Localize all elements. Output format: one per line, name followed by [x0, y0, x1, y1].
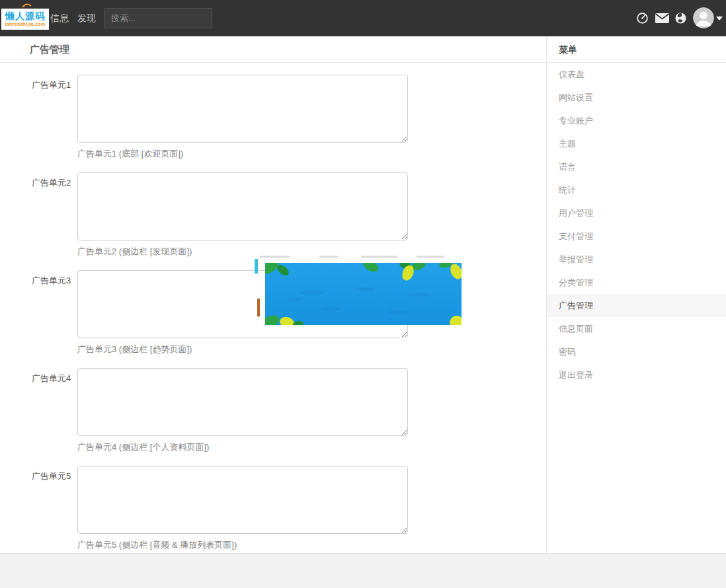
- sidebar-item-categories[interactable]: 分类管理: [547, 271, 726, 294]
- ad-unit-5-field: 广告单元5 广告单元5 (侧边栏 [音频 & 播放列表页面]): [32, 466, 546, 551]
- sidebar-item-site-settings[interactable]: 网站设置: [547, 86, 726, 109]
- logo-title: 懒人源码: [1, 11, 49, 22]
- ad-unit-5-caption: 广告单元5 (侧边栏 [音频 & 播放列表页面]): [77, 539, 546, 551]
- sidebar-item-logout[interactable]: 退出登录: [547, 363, 726, 386]
- logo-swoosh-icon: [22, 2, 32, 9]
- logo-subtitle: lanrenzhijia.com: [1, 22, 49, 27]
- ad-unit-3-caption: 广告单元3 (侧边栏 [趋势页面]): [77, 344, 546, 355]
- ad-unit-4-caption: 广告单元4 (侧边栏 [个人资料页面]): [77, 441, 546, 453]
- menu-sidebar: 菜单 仪表盘 网站设置 专业账户 主题 语言 统计 用户管理 支付管理 举报管理…: [546, 36, 726, 553]
- sidebar-item-ads[interactable]: 广告管理: [547, 294, 726, 317]
- ad-unit-4-label: 广告单元4: [32, 368, 77, 385]
- page-title: 广告管理: [0, 36, 546, 63]
- sidebar-item-users[interactable]: 用户管理: [547, 202, 726, 225]
- logo[interactable]: 懒人源码 lanrenzhijia.com: [1, 9, 49, 30]
- nav-item-messages[interactable]: 信息: [50, 0, 69, 36]
- ad-unit-1-caption: 广告单元1 (底部 [欢迎页面]): [77, 148, 546, 160]
- sidebar-title: 菜单: [547, 36, 726, 63]
- ad-unit-2-caption: 广告单元2 (侧边栏 [发现页面]): [77, 246, 546, 258]
- sidebar-item-info-pages[interactable]: 信息页面: [547, 317, 726, 340]
- mail-icon[interactable]: [655, 13, 669, 23]
- sidebar-item-themes[interactable]: 主题: [547, 132, 726, 155]
- overlay-artifact: [417, 256, 444, 258]
- ad-unit-1-field: 广告单元1 广告单元1 (底部 [欢迎页面]): [32, 75, 546, 160]
- ad-unit-5-label: 广告单元5: [32, 466, 77, 482]
- nav-item-discover[interactable]: 发现: [77, 0, 96, 36]
- ad-unit-2-field: 广告单元2 广告单元2 (侧边栏 [发现页面]): [32, 172, 546, 258]
- sidebar-item-password[interactable]: 密码: [547, 340, 726, 363]
- sidebar-item-statistics[interactable]: 统计: [547, 178, 726, 202]
- speedometer-icon[interactable]: [637, 13, 648, 24]
- search-input[interactable]: [104, 8, 212, 28]
- ad-unit-2-textarea[interactable]: [77, 172, 408, 240]
- ad-unit-4-textarea[interactable]: [77, 368, 408, 436]
- overlay-artifact: [361, 256, 397, 258]
- top-navbar: 懒人源码 lanrenzhijia.com 信息 发现: [0, 0, 726, 36]
- sidebar-item-dashboard[interactable]: 仪表盘: [547, 63, 726, 86]
- audio-player-bar: [0, 553, 726, 588]
- ad-banner-image: [265, 263, 462, 325]
- sidebar-item-payments[interactable]: 支付管理: [547, 225, 726, 248]
- ad-unit-5-textarea[interactable]: [77, 466, 408, 534]
- ad-unit-3-label: 广告单元3: [32, 270, 77, 287]
- ad-unit-4-field: 广告单元4 广告单元4 (侧边栏 [个人资料页面]): [32, 368, 546, 453]
- overlay-artifact: [319, 256, 338, 258]
- overlay-artifact-cyan: [255, 259, 258, 274]
- sidebar-item-pro-account[interactable]: 专业账户: [547, 109, 726, 132]
- ad-unit-1-label: 广告单元1: [32, 75, 77, 91]
- sidebar-item-language[interactable]: 语言: [547, 155, 726, 178]
- caret-down-icon[interactable]: [716, 17, 723, 20]
- avatar[interactable]: [693, 7, 714, 28]
- ad-unit-1-textarea[interactable]: [77, 75, 408, 143]
- ad-unit-2-label: 广告单元2: [32, 172, 77, 189]
- overlay-artifact-orange: [257, 299, 260, 316]
- overlay-artifact: [260, 256, 290, 258]
- sidebar-item-reports[interactable]: 举报管理: [547, 248, 726, 271]
- globe-icon[interactable]: [675, 13, 686, 24]
